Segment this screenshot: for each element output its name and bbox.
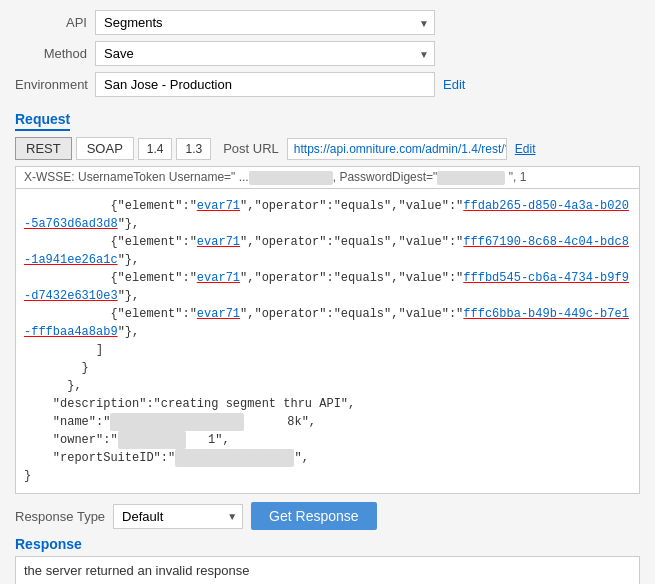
method-row: Method Save ▼ (15, 41, 640, 66)
code-line-9: "name":"XXXXXXXXXXXXXXXXXX 8k", (24, 413, 631, 431)
redacted-report-suite: XXXXXXXXXXXXXXXX (175, 449, 294, 467)
post-url-edit-link[interactable]: Edit (515, 142, 536, 156)
code-line-3: {"element":"evar71","operator":"equals",… (24, 269, 631, 305)
code-line-5: ] (24, 341, 631, 359)
environment-label: Environment (15, 77, 95, 92)
api-select[interactable]: Segments (95, 10, 435, 35)
main-container: API Segments ▼ Method Save ▼ Environment… (0, 0, 655, 584)
code-line-4: {"element":"evar71","operator":"equals",… (24, 305, 631, 341)
api-row: API Segments ▼ (15, 10, 640, 35)
redacted-username: XXXXXXXXXX (249, 171, 333, 185)
post-url-display: https://api.omniture.com/admin/1.4/rest/… (287, 138, 507, 160)
soap-tab[interactable]: SOAP (76, 137, 134, 160)
code-line-10: "owner":"XXXXXXXXX 1", (24, 431, 631, 449)
environment-row: Environment Edit (15, 72, 640, 97)
wsse-text: X-WSSE: UsernameToken Username=" ...XXXX… (24, 170, 526, 184)
response-type-row: Response Type Default ▼ Get Response (15, 502, 640, 530)
code-line-2: {"element":"evar71","operator":"equals",… (24, 233, 631, 269)
api-select-wrapper: Segments ▼ (95, 10, 435, 35)
code-line-8: "description":"creating segment thru API… (24, 395, 631, 413)
response-type-select[interactable]: Default (113, 504, 243, 529)
response-type-select-wrapper: Default ▼ (113, 504, 243, 529)
redacted-digest: XXXXXXXX (437, 171, 505, 185)
get-response-button[interactable]: Get Response (251, 502, 377, 530)
v14-tab[interactable]: 1.4 (138, 138, 173, 160)
request-toolbar: REST SOAP 1.4 1.3 Post URL https://api.o… (15, 137, 640, 160)
code-area[interactable]: {"element":"evar71","operator":"equals",… (15, 188, 640, 495)
code-line-6: } (24, 359, 631, 377)
environment-edit-link[interactable]: Edit (443, 77, 465, 92)
rest-tab[interactable]: REST (15, 137, 72, 160)
response-section-title: Response (15, 536, 640, 552)
code-line-7: }, (24, 377, 631, 395)
request-section-title: Request (15, 111, 70, 131)
response-type-label: Response Type (15, 509, 105, 524)
v13-tab[interactable]: 1.3 (176, 138, 211, 160)
method-select-wrapper: Save ▼ (95, 41, 435, 66)
method-label: Method (15, 46, 95, 61)
method-select[interactable]: Save (95, 41, 435, 66)
code-line-1: {"element":"evar71","operator":"equals",… (24, 197, 631, 233)
redacted-owner: XXXXXXXXX (118, 431, 187, 449)
code-line-12: } (24, 467, 631, 485)
api-label: API (15, 15, 95, 30)
code-line-11: "reportSuiteID":"XXXXXXXXXXXXXXXX", (24, 449, 631, 467)
redacted-name: XXXXXXXXXXXXXXXXXX (110, 413, 244, 431)
post-url-label: Post URL (223, 141, 279, 156)
environment-input[interactable] (95, 72, 435, 97)
response-output: the server returned an invalid response (15, 556, 640, 584)
wsse-bar: X-WSSE: UsernameToken Username=" ...XXXX… (15, 166, 640, 188)
